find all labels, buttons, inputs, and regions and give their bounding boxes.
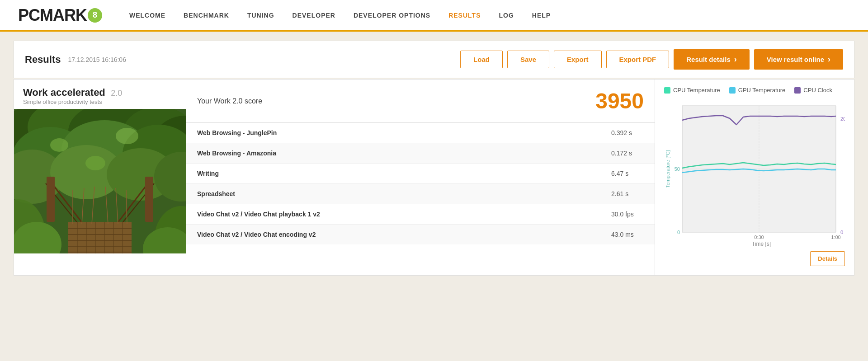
svg-text:Temperature [°C]: Temperature [°C] [665, 150, 670, 188]
row-value: 2.61 s [600, 184, 655, 204]
svg-text:0: 0 [677, 230, 680, 235]
view-result-online-button[interactable]: View result online › [754, 49, 843, 70]
cpu-clock-color [794, 87, 801, 94]
center-section: Your Work 2.0 score 3950 Web Browsing - … [186, 80, 655, 275]
row-value: 30.0 fps [600, 204, 655, 225]
row-name: Video Chat v2 / Video Chat encoding v2 [186, 225, 600, 245]
content-area: Results 17.12.2015 16:16:06 Load Save Ex… [0, 32, 868, 285]
score-value: 3950 [595, 89, 644, 113]
results-date: 17.12.2015 16:16:06 [68, 56, 126, 63]
right-section: CPU Temperature GPU Temperature CPU Cloc… [655, 80, 854, 275]
table-row: Web Browsing - Amazonia 0.172 s [186, 143, 655, 164]
gpu-temp-color [729, 87, 736, 94]
table-row: Video Chat v2 / Video Chat playback 1 v2… [186, 204, 655, 225]
export-button[interactable]: Export [554, 51, 602, 68]
nav-item-results[interactable]: RESULTS [448, 12, 481, 19]
work-title: Work accelerated [23, 87, 105, 98]
gpu-temp-label: GPU Temperature [738, 87, 786, 94]
row-name: Writing [186, 164, 600, 184]
nav-item-developer[interactable]: DEVELOPER [292, 12, 335, 19]
svg-point-13 [50, 138, 68, 152]
chart-container: 50 0 Temperature [°C] 2000 0 Frequency [… [664, 99, 845, 271]
svg-rect-22 [68, 222, 132, 253]
nav-item-help[interactable]: HELP [532, 12, 551, 19]
svg-text:2000: 2000 [840, 116, 845, 122]
nav-item-benchmark[interactable]: BENCHMARK [184, 12, 229, 19]
svg-text:Time [s]: Time [s] [752, 241, 771, 247]
logo-text: PCMARK [18, 6, 87, 25]
score-label: Your Work 2.0 score [197, 97, 262, 105]
chevron-right-icon: › [734, 55, 737, 64]
score-row: Your Work 2.0 score 3950 [186, 80, 655, 123]
work-header: Work accelerated 2.0 Simple office produ… [14, 80, 186, 109]
chevron-right-icon: › [828, 55, 830, 64]
svg-text:50: 50 [675, 166, 680, 172]
row-name: Video Chat v2 / Video Chat playback 1 v2 [186, 204, 600, 225]
save-button[interactable]: Save [507, 51, 549, 68]
left-section: Work accelerated 2.0 Simple office produ… [14, 80, 186, 275]
svg-point-14 [116, 128, 138, 144]
row-value: 6.47 s [600, 164, 655, 184]
svg-text:0:30: 0:30 [754, 234, 764, 240]
table-row: Video Chat v2 / Video Chat encoding v2 4… [186, 225, 655, 245]
chart-legend: CPU Temperature GPU Temperature CPU Cloc… [664, 87, 845, 94]
table-row: Web Browsing - JunglePin 0.392 s [186, 123, 655, 143]
legend-cpu-clock: CPU Clock [794, 87, 832, 94]
results-title: Results [25, 54, 61, 66]
nav-item-log[interactable]: LOG [499, 12, 514, 19]
svg-rect-21 [145, 177, 153, 222]
chart-svg: 50 0 Temperature [°C] 2000 0 Frequency [… [664, 99, 845, 253]
svg-rect-20 [47, 177, 55, 222]
cpu-clock-label: CPU Clock [803, 87, 832, 94]
benchmark-table: Web Browsing - JunglePin 0.392 s Web Bro… [186, 123, 655, 244]
row-name: Web Browsing - Amazonia [186, 143, 600, 164]
table-row: Writing 6.47 s [186, 164, 655, 184]
logo: PCMARK 8 [18, 6, 102, 25]
row-value: 43.0 ms [600, 225, 655, 245]
nav-bar: PCMARK 8 WELCOME BENCHMARK TUNING DEVELO… [0, 0, 868, 32]
nav-item-welcome[interactable]: WELCOME [129, 12, 165, 19]
benchmark-image [14, 109, 186, 253]
nav-item-tuning[interactable]: TUNING [247, 12, 274, 19]
legend-cpu-temp: CPU Temperature [664, 87, 720, 94]
legend-gpu-temp: GPU Temperature [729, 87, 786, 94]
row-value: 0.392 s [600, 123, 655, 143]
svg-text:1:00: 1:00 [831, 234, 840, 240]
work-subtitle: Simple office productivity tests [23, 98, 122, 105]
row-name: Spreadsheet [186, 184, 600, 204]
nav-item-developer-options[interactable]: DEVELOPER OPTIONS [354, 12, 430, 19]
results-header: Results 17.12.2015 16:16:06 Load Save Ex… [14, 41, 854, 78]
bridge-svg [14, 109, 186, 253]
svg-point-15 [85, 156, 105, 170]
export-pdf-button[interactable]: Export PDF [606, 51, 670, 68]
chart-details-button[interactable]: Details [810, 251, 845, 266]
row-name: Web Browsing - JunglePin [186, 123, 600, 143]
logo-badge: 8 [88, 8, 102, 23]
row-value: 0.172 s [600, 143, 655, 164]
nav-menu: WELCOME BENCHMARK TUNING DEVELOPER DEVEL… [129, 12, 551, 19]
work-version: 2.0 [111, 89, 122, 98]
load-button[interactable]: Load [460, 51, 503, 68]
main-panel: Work accelerated 2.0 Simple office produ… [14, 79, 854, 276]
cpu-temp-color [664, 87, 670, 94]
table-row: Spreadsheet 2.61 s [186, 184, 655, 204]
svg-text:0: 0 [840, 230, 843, 235]
cpu-temp-label: CPU Temperature [673, 87, 720, 94]
result-details-button[interactable]: Result details › [674, 49, 750, 70]
